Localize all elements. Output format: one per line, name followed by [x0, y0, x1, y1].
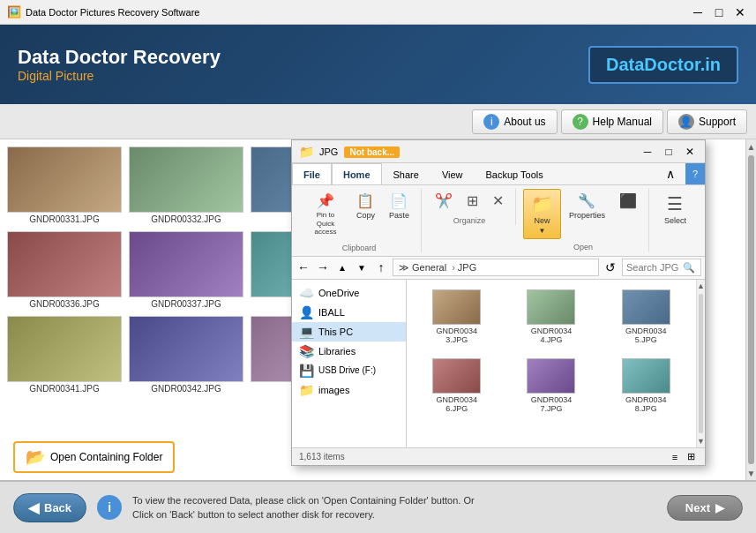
photo-label: GNDR00332.JPG — [129, 214, 243, 224]
tab-view[interactable]: View — [430, 163, 475, 184]
photo-label: GNDR00342.JPG — [129, 384, 243, 394]
scroll-thumb[interactable] — [748, 155, 754, 464]
open-icon: ⬛ — [619, 192, 637, 209]
recent-nav-button[interactable]: ▼ — [354, 259, 370, 275]
explorer-close-button[interactable]: ✕ — [682, 144, 698, 160]
new-folder-icon: 📁 — [531, 193, 553, 214]
info-icon: i — [97, 495, 122, 520]
photo-item[interactable]: GNDR00341.JPG — [7, 316, 122, 394]
minimize-button[interactable]: ─ — [689, 4, 707, 21]
file-item[interactable]: GNDR00345.JPG — [602, 285, 691, 349]
file-item[interactable]: GNDR00343.JPG — [412, 285, 501, 349]
open-containing-folder-button[interactable]: 📂 Open Containing Folder — [13, 441, 175, 473]
pin-icon: 📌 — [317, 192, 334, 209]
organize-label: Organize — [453, 216, 486, 225]
photo-item[interactable]: GNDR00332.JPG — [129, 146, 243, 224]
explorer-content: ☁️ OneDrive 👤 IBALL 💻 This PC 📚 Librarie… — [292, 280, 705, 447]
scrollbar-thumb[interactable] — [699, 294, 703, 433]
ribbon-group-organize: ✂️ ⊞ ✕ Organize — [423, 189, 516, 225]
sidebar-item-images[interactable]: 📁 images — [292, 380, 406, 400]
list-view-button[interactable]: ≡ — [668, 450, 682, 464]
explorer-files-grid: GNDR00343.JPG GNDR00344.JPG GNDR00345.JP… — [407, 280, 696, 447]
main-area: GNDR00331.JPG GNDR00332.JPG GNDR00336.JP… — [0, 139, 756, 480]
ribbon-expand-button[interactable]: ∧ — [655, 163, 685, 184]
cut-button[interactable]: ✂️ — [429, 189, 459, 213]
pin-to-quick-access-button[interactable]: 📌 Pin to Quick access — [303, 189, 348, 240]
tab-file[interactable]: File — [292, 163, 332, 184]
next-button[interactable]: Next ▶ — [667, 495, 743, 521]
about-us-button[interactable]: i About us — [472, 109, 557, 134]
folder-icon: 📂 — [26, 447, 45, 467]
ribbon-help-button[interactable]: ? — [685, 163, 705, 184]
sidebar-item-iball[interactable]: 👤 IBALL — [292, 303, 406, 322]
explorer-maximize-button[interactable]: □ — [661, 144, 677, 160]
file-name: GNDR00345.JPG — [625, 327, 667, 344]
sidebar-item-onedrive[interactable]: ☁️ OneDrive — [292, 283, 406, 303]
new-button[interactable]: 📁 New ▼ — [523, 189, 561, 239]
sidebar-item-usb-drive[interactable]: 💾 USB Drive (F:) — [292, 361, 406, 380]
photo-label: GNDR00341.JPG — [7, 384, 122, 394]
title-bar: 🖼️ Data Doctor Pictures Recovery Softwar… — [0, 0, 756, 25]
back-nav-button[interactable]: ← — [296, 259, 311, 275]
help-icon: ? — [573, 114, 588, 130]
cut-icon: ✂️ — [435, 192, 453, 209]
photo-item[interactable]: GNDR00331.JPG — [7, 146, 122, 224]
sidebar-item-libraries[interactable]: 📚 Libraries — [292, 342, 406, 361]
tab-home[interactable]: Home — [332, 163, 382, 184]
photo-item[interactable]: GNDR00336.JPG — [7, 231, 122, 309]
app-logo: Data Doctor Recovery Digital Picture — [18, 46, 221, 83]
usb-drive-icon: 💾 — [299, 364, 314, 378]
explorer-minimize-button[interactable]: ─ — [640, 144, 655, 160]
maximize-button[interactable]: □ — [710, 4, 728, 21]
explorer-address-bar: ← → ▲ ▼ ↑ ≫ General › JPG ↺ 🔍 — [292, 257, 705, 280]
tab-share[interactable]: Share — [382, 163, 430, 184]
search-input[interactable] — [626, 262, 679, 273]
organize-options-button[interactable]: ⊞ — [460, 189, 484, 213]
title-bar-title: Data Doctor Pictures Recovery Software — [26, 7, 199, 18]
photo-label: GNDR00331.JPG — [7, 214, 122, 224]
help-manual-button[interactable]: ? Help Manual — [561, 109, 663, 134]
up-nav-button[interactable]: ▲ — [334, 259, 350, 275]
computer-icon: 💻 — [299, 325, 314, 339]
sidebar-item-this-pc[interactable]: 💻 This PC — [292, 322, 406, 342]
copy-button[interactable]: 📋 Copy — [350, 189, 381, 240]
paste-button[interactable]: 📄 Paste — [383, 189, 415, 240]
file-thumbnail — [527, 289, 575, 325]
ribbon-toolbar: 📌 Pin to Quick access 📋 Copy 📄 Paste Cli… — [292, 185, 705, 256]
photo-thumb — [7, 316, 122, 382]
main-scrollbar[interactable]: ▲ ▼ — [745, 139, 756, 480]
copy-icon: 📋 — [356, 192, 374, 209]
explorer-scrollbar[interactable]: ▲ ▼ — [696, 280, 705, 447]
select-button[interactable]: ☰ Select — [656, 189, 694, 229]
top-nav: i About us ? Help Manual 👤 Support — [0, 104, 756, 139]
file-item[interactable]: GNDR00346.JPG — [412, 354, 501, 417]
search-icon: 🔍 — [683, 262, 695, 274]
address-path[interactable]: ≫ General › JPG — [393, 259, 599, 276]
open-options-button[interactable]: ⬛ — [613, 189, 643, 239]
title-bar-icon: 🖼️ — [7, 5, 21, 19]
file-name: GNDR00347.JPG — [531, 395, 573, 413]
delete-button[interactable]: ✕ — [486, 189, 510, 213]
search-box[interactable]: 🔍 — [622, 259, 701, 276]
select-icon: ☰ — [667, 193, 683, 214]
file-thumbnail — [432, 358, 481, 394]
tab-backup-tools[interactable]: Backup Tools — [475, 163, 555, 184]
back-arrow-icon: ◀ — [28, 499, 39, 516]
file-item[interactable]: GNDR00348.JPG — [602, 354, 691, 417]
photo-item[interactable]: GNDR00337.JPG — [129, 231, 243, 309]
back-button[interactable]: ◀ Back — [13, 493, 86, 522]
file-thumbnail — [622, 358, 670, 394]
file-item[interactable]: GNDR00344.JPG — [506, 285, 595, 349]
up-folder-button[interactable]: ↑ — [373, 259, 389, 275]
organize-icon: ⊞ — [467, 192, 478, 209]
file-explorer: 📁 JPG Not back... ─ □ ✕ File Home Share … — [291, 139, 706, 466]
photo-item[interactable]: GNDR00342.JPG — [129, 316, 243, 394]
forward-nav-button[interactable]: → — [315, 259, 331, 275]
explorer-status-bar: 1,613 items ≡ ⊞ — [292, 447, 705, 465]
support-button[interactable]: 👤 Support — [667, 109, 747, 134]
properties-button[interactable]: 🔧 Properties — [563, 189, 611, 239]
grid-view-button[interactable]: ⊞ — [684, 450, 698, 464]
file-item[interactable]: GNDR00347.JPG — [506, 354, 595, 417]
refresh-button[interactable]: ↺ — [603, 259, 618, 275]
close-button[interactable]: ✕ — [731, 4, 749, 21]
